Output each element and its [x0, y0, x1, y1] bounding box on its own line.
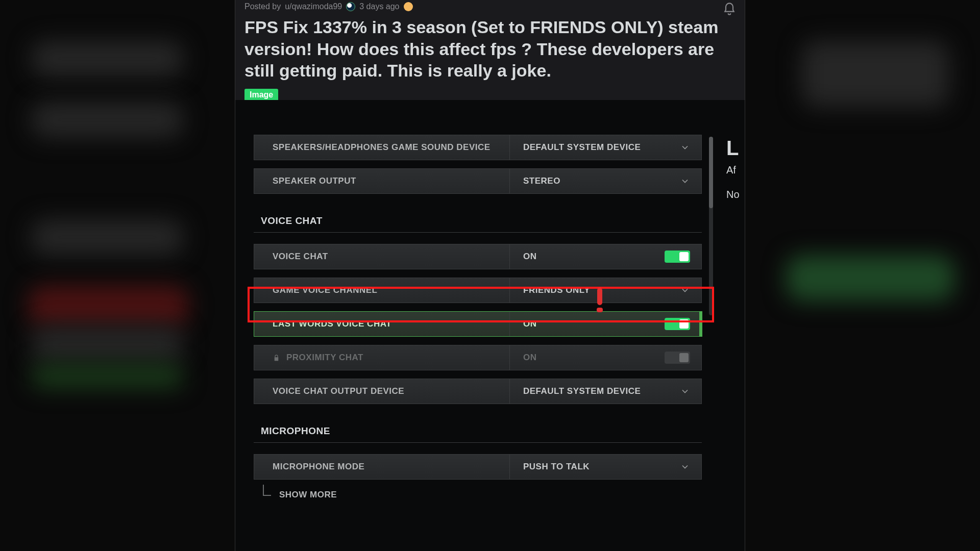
show-more-button[interactable]: SHOW MORE	[279, 490, 337, 500]
sidebar-text-fragment: Af	[726, 164, 736, 176]
setting-value[interactable]: FRIENDS ONLY	[509, 278, 701, 303]
backdrop-blur	[31, 365, 184, 388]
setting-value-text: STEREO	[523, 176, 560, 186]
setting-value[interactable]: PUSH TO TALK	[509, 455, 701, 479]
setting-value[interactable]: DEFAULT SYSTEM DEVICE	[509, 379, 701, 404]
steam-icon	[346, 2, 355, 11]
chevron-down-icon	[680, 142, 690, 153]
toggle-knob	[679, 353, 689, 362]
toggle-switch[interactable]	[665, 251, 690, 263]
chevron-down-icon	[680, 462, 690, 472]
setting-label: GAME VOICE CHANNEL	[254, 278, 509, 303]
setting-last-words-voice-chat[interactable]: LAST WORDS VOICE CHAT ON	[254, 311, 702, 337]
section-header-microphone: MICROPHONE	[254, 419, 702, 443]
sidebar-text-fragment: No	[726, 189, 740, 201]
setting-value-text: ON	[523, 252, 537, 262]
setting-game-voice-channel[interactable]: GAME VOICE CHANNEL FRIENDS ONLY	[254, 278, 702, 303]
toggle-switch[interactable]	[665, 318, 690, 330]
scrollbar-thumb[interactable]	[709, 137, 713, 208]
setting-label: VOICE CHAT OUTPUT DEVICE	[254, 379, 509, 404]
toggle-switch-disabled	[665, 352, 690, 364]
screenshot-body: L Af No SPEAKERS/HEADPHONES GAME SOUND D…	[235, 100, 745, 551]
setting-label: PROXIMITY CHAT	[254, 345, 509, 370]
setting-voice-chat-output-device[interactable]: VOICE CHAT OUTPUT DEVICE DEFAULT SYSTEM …	[254, 379, 702, 404]
settings-panel: SPEAKERS/HEADPHONES GAME SOUND DEVICE DE…	[254, 135, 702, 503]
setting-value[interactable]: STEREO	[509, 169, 701, 193]
setting-value: ON	[509, 312, 701, 336]
setting-value-text: DEFAULT SYSTEM DEVICE	[523, 142, 641, 153]
scrollbar-track[interactable]	[709, 137, 713, 315]
setting-value-text: ON	[523, 319, 537, 329]
setting-microphone-mode[interactable]: MICROPHONE MODE PUSH TO TALK	[254, 454, 702, 480]
setting-value-text: PUSH TO TALK	[523, 462, 590, 472]
setting-value-text: ON	[523, 353, 537, 363]
post-author[interactable]: u/qwazimoda99	[285, 2, 342, 11]
section-header-voice-chat: VOICE CHAT	[254, 209, 702, 233]
setting-label: VOICE CHAT	[254, 244, 509, 269]
backdrop-blur	[28, 286, 189, 327]
setting-speaker-output[interactable]: SPEAKER OUTPUT STEREO	[254, 168, 702, 194]
backdrop-blur	[801, 41, 949, 107]
tree-connector-icon	[263, 485, 271, 496]
setting-label: SPEAKERS/HEADPHONES GAME SOUND DEVICE	[254, 135, 509, 160]
post-header: Posted by u/qwazimoda99 3 days ago FPS F…	[235, 0, 745, 107]
post-card: Posted by u/qwazimoda99 3 days ago FPS F…	[235, 0, 745, 551]
setting-label: MICROPHONE MODE	[254, 455, 509, 479]
chevron-down-icon	[680, 386, 690, 396]
setting-voice-chat[interactable]: VOICE CHAT ON	[254, 244, 702, 269]
sidebar-heading-fragment: L	[726, 137, 739, 160]
backdrop-blur	[31, 102, 184, 138]
toggle-knob	[679, 319, 689, 329]
post-meta: Posted by u/qwazimoda99 3 days ago	[244, 2, 736, 11]
backdrop-blur	[786, 255, 954, 301]
setting-label-text: PROXIMITY CHAT	[286, 353, 363, 363]
lock-icon	[273, 354, 280, 362]
setting-value: ON	[509, 345, 701, 370]
backdrop-blur	[31, 219, 184, 255]
chevron-down-icon	[680, 285, 690, 295]
backdrop-blur	[31, 41, 184, 77]
setting-value[interactable]: DEFAULT SYSTEM DEVICE	[509, 135, 701, 160]
setting-label: SPEAKER OUTPUT	[254, 169, 509, 193]
post-title: FPS Fix 1337% in 3 season (Set to FRIEND…	[244, 16, 736, 82]
setting-proximity-chat: PROXIMITY CHAT ON	[254, 345, 702, 370]
setting-value-text: DEFAULT SYSTEM DEVICE	[523, 386, 641, 396]
toggle-knob	[679, 252, 689, 261]
post-flair[interactable]: Image	[244, 89, 278, 101]
setting-speakers-device[interactable]: SPEAKERS/HEADPHONES GAME SOUND DEVICE DE…	[254, 135, 702, 160]
post-age: 3 days ago	[359, 2, 399, 11]
setting-value: ON	[509, 244, 701, 269]
backdrop-blur	[31, 327, 184, 362]
setting-value-text: FRIENDS ONLY	[523, 285, 590, 295]
notification-bell-icon[interactable]	[722, 2, 737, 16]
posted-by-prefix: Posted by	[244, 2, 281, 11]
selection-edge	[699, 311, 702, 337]
award-badge-icon	[404, 2, 413, 11]
setting-label: LAST WORDS VOICE CHAT	[254, 312, 509, 336]
chevron-down-icon	[680, 176, 690, 186]
